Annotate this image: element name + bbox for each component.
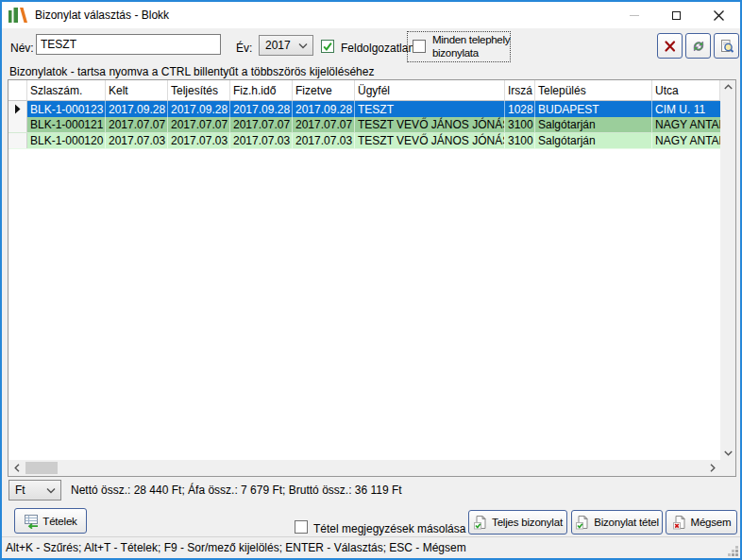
cancel-button[interactable]: Mégsem <box>666 510 737 535</box>
row-selector <box>8 117 27 132</box>
name-label: Név: <box>10 42 34 55</box>
clear-filter-icon <box>663 39 678 54</box>
cell[interactable]: 2017.07.07 <box>230 117 293 132</box>
table-row[interactable]: BLK-1-000121 2017.07.07 2017.07.07 2017.… <box>8 117 720 133</box>
column-header[interactable]: Teljesítés <box>168 80 230 101</box>
chevron-down-icon <box>46 487 56 494</box>
close-button[interactable] <box>698 2 740 28</box>
grid-header: Szlaszám. Kelt Teljesítés Fiz.h.idő Fize… <box>8 80 720 101</box>
scrollbar-corner <box>720 460 735 476</box>
checkmark-icon <box>322 41 333 52</box>
minimize-icon <box>630 15 639 16</box>
cell[interactable]: CIM U. 11 <box>652 101 720 117</box>
vertical-scrollbar[interactable] <box>720 80 735 460</box>
cell[interactable]: TESZT VEVŐ JÁNOS JÓNÁS MIKLÓ <box>355 117 505 132</box>
cell[interactable]: 3100 <box>505 133 535 148</box>
cell[interactable]: 3100 <box>505 117 535 132</box>
cell[interactable]: Salgótarján <box>535 117 652 132</box>
cell[interactable]: BLK-1-000121 <box>27 117 106 132</box>
currency-value: Ft <box>15 484 25 497</box>
cell[interactable]: 2017.07.03 <box>293 133 355 148</box>
documents-grid: Szlaszám. Kelt Teljesítés Fiz.h.idő Fize… <box>8 79 736 477</box>
cell[interactable]: Salgótarján <box>535 133 652 148</box>
scroll-up-icon <box>724 84 733 90</box>
status-text: Alt+K - Szűrés; Alt+T - Tételek; F9 - So… <box>6 541 466 554</box>
scroll-left-icon <box>14 464 20 472</box>
title-bar: Bizonylat választás - Blokk <box>2 2 740 28</box>
resize-grip[interactable] <box>735 553 738 556</box>
window-controls <box>613 2 740 28</box>
chevron-down-icon <box>298 42 308 49</box>
cell[interactable]: 2017.09.28 <box>293 101 355 117</box>
hscroll-thumb[interactable] <box>25 462 58 474</box>
column-header[interactable]: Település <box>535 80 652 101</box>
unprocessed-checkbox[interactable] <box>321 40 334 53</box>
clear-filter-button[interactable] <box>657 33 683 59</box>
table-row[interactable]: BLK-1-000120 2017.07.03 2017.07.03 2017.… <box>8 133 720 149</box>
column-header[interactable]: Ügyfél <box>355 80 505 101</box>
selector-header <box>8 80 27 101</box>
cell[interactable]: 2017.07.07 <box>168 117 230 132</box>
document-item-button[interactable]: Bizonylat tétel <box>571 510 663 535</box>
document-check-icon <box>575 515 590 530</box>
row-selector <box>8 133 27 148</box>
items-button[interactable]: Tételek <box>14 508 87 534</box>
cell[interactable]: 2017.09.28 <box>168 101 230 117</box>
dialog-window: Bizonylat választás - Blokk Név: Év: 201… <box>0 0 742 560</box>
status-bar: Alt+K - Szűrés; Alt+T - Tételek; F9 - So… <box>2 536 740 558</box>
refresh-icon <box>691 39 706 54</box>
cell[interactable]: 2017.07.03 <box>230 133 293 148</box>
cell[interactable]: 2017.07.03 <box>106 133 168 148</box>
minimize-button <box>613 2 655 28</box>
cell[interactable]: BLK-1-000123 <box>27 101 106 117</box>
currency-select[interactable]: Ft <box>8 480 61 501</box>
document-check-icon <box>473 515 488 530</box>
column-header[interactable]: Fizetve <box>293 80 355 101</box>
items-icon <box>24 514 39 529</box>
maximize-icon <box>672 11 681 20</box>
cell[interactable]: 1028 <box>505 101 535 117</box>
copy-notes-label: Tétel megjegyzések másolása <box>313 522 465 535</box>
cell[interactable]: NAGY ANTAL U <box>652 133 720 148</box>
column-header[interactable]: Szlaszám. <box>27 80 106 101</box>
horizontal-scrollbar[interactable] <box>8 460 720 476</box>
scroll-right-icon <box>710 464 716 472</box>
year-label: Év: <box>236 42 252 55</box>
grid-content: Szlaszám. Kelt Teljesítés Fiz.h.idő Fize… <box>8 80 720 460</box>
document-cancel-icon <box>672 515 687 530</box>
all-sites-checkbox[interactable] <box>413 40 426 53</box>
unprocessed-label: Feldolgozatlan <box>341 42 414 55</box>
column-header[interactable]: Fiz.h.idő <box>230 80 293 101</box>
maximize-button[interactable] <box>655 2 698 28</box>
close-icon <box>714 10 724 21</box>
window-title: Bizonylat választás - Blokk <box>35 8 169 22</box>
refresh-button[interactable] <box>685 33 711 59</box>
cell[interactable]: TESZT <box>355 101 505 117</box>
full-document-button[interactable]: Teljes bizonylat <box>468 510 567 535</box>
cell[interactable]: 2017.09.28 <box>230 101 293 117</box>
grid-caption: Bizonylatok - tartsa nyomva a CTRL bille… <box>9 65 374 78</box>
totals-text: Nettó össz.: 28 440 Ft; Áfa össz.: 7 679… <box>71 484 402 497</box>
column-header[interactable]: Irszá <box>505 80 535 101</box>
cell[interactable]: NAGY ANTAL U <box>652 117 720 132</box>
cell[interactable]: 2017.07.07 <box>293 117 355 132</box>
column-header[interactable]: Utca <box>652 80 720 101</box>
app-icon <box>8 8 27 23</box>
table-row[interactable]: BLK-1-000123 2017.09.28 2017.09.28 2017.… <box>8 101 720 117</box>
cell[interactable]: BLK-1-000120 <box>27 133 106 148</box>
cell[interactable]: 2017.09.28 <box>106 101 168 117</box>
scroll-down-icon <box>724 450 733 456</box>
column-header[interactable]: Kelt <box>106 80 168 101</box>
name-input[interactable] <box>36 34 221 55</box>
preview-icon <box>719 39 734 54</box>
year-select[interactable]: 2017 <box>259 35 313 56</box>
cell[interactable]: TESZT VEVŐ JÁNOS JÓNÁS MIKLÓ <box>355 133 505 148</box>
copy-notes-checkbox[interactable] <box>295 520 308 534</box>
cell[interactable]: 2017.07.03 <box>168 133 230 148</box>
row-selector <box>8 101 27 117</box>
preview-button[interactable] <box>714 33 739 59</box>
cell[interactable]: 2017.07.07 <box>106 117 168 132</box>
all-sites-label: Minden telephely bizonylata <box>432 33 510 59</box>
row-arrow-icon <box>14 104 21 114</box>
cell[interactable]: BUDAPEST <box>535 101 652 117</box>
